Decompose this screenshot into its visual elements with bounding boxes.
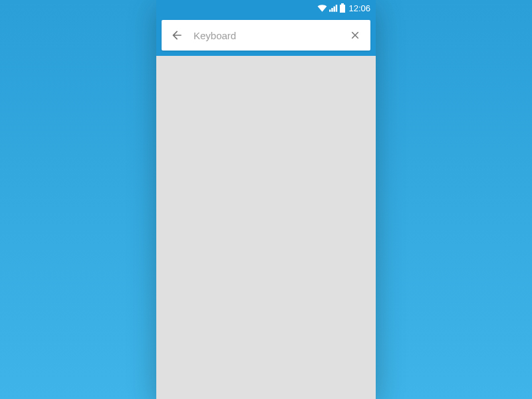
search-input[interactable] [184, 30, 348, 41]
svg-rect-5 [340, 5, 345, 13]
svg-rect-1 [332, 8, 333, 12]
status-time: 12:06 [348, 3, 370, 13]
signal-icon [329, 4, 338, 12]
svg-rect-3 [336, 5, 337, 12]
search-bar-container [156, 16, 376, 56]
close-icon[interactable] [348, 28, 362, 43]
phone-frame: 12:06 [156, 0, 376, 399]
search-bar [162, 20, 370, 51]
wifi-icon [317, 4, 327, 12]
battery-icon [340, 3, 345, 13]
svg-rect-2 [334, 7, 335, 12]
svg-rect-4 [341, 3, 344, 5]
back-arrow-icon[interactable] [170, 28, 184, 43]
svg-rect-0 [329, 9, 331, 11]
status-bar: 12:06 [156, 0, 376, 16]
content-area [156, 56, 376, 399]
